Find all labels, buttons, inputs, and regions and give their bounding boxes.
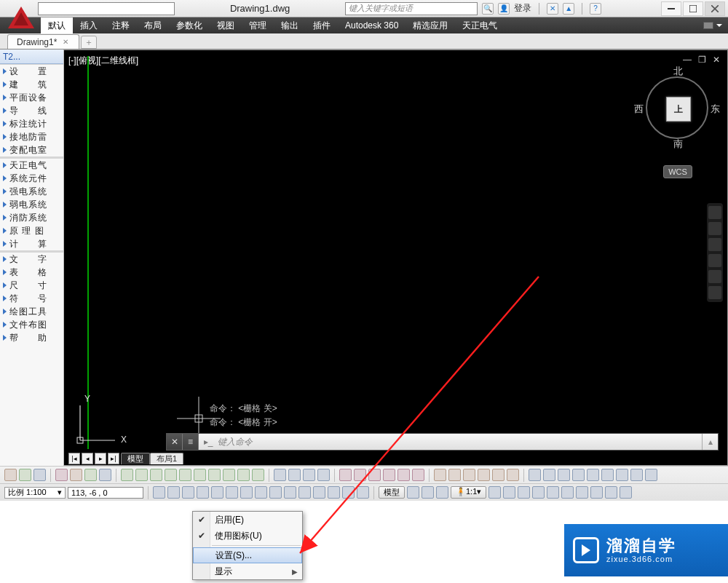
nav-more-icon[interactable] — [708, 286, 721, 299]
ctx-use-icons[interactable]: ✔使用图标(U) — [193, 528, 302, 544]
status-toggle-icon[interactable] — [313, 486, 325, 499]
tab-layout[interactable]: 布局 — [137, 17, 169, 33]
tool-icon[interactable] — [55, 469, 68, 481]
tool-icon[interactable] — [383, 469, 395, 481]
ctx-display[interactable]: 显示▶ — [193, 563, 302, 579]
status-toggle-icon[interactable] — [342, 486, 355, 499]
tool-icon[interactable] — [288, 469, 301, 481]
tool-icon[interactable] — [507, 469, 519, 481]
showmotion-icon[interactable] — [708, 270, 721, 283]
tab-output[interactable]: 输出 — [274, 17, 306, 33]
tool-icon[interactable] — [616, 469, 628, 481]
status-icon[interactable] — [547, 486, 559, 499]
tool-icon[interactable] — [4, 469, 17, 481]
help-icon[interactable]: ? — [590, 3, 601, 15]
tool-icon[interactable] — [339, 469, 352, 481]
tool-icon[interactable] — [33, 469, 46, 481]
tool-icon[interactable] — [150, 469, 162, 481]
autodesk-icon[interactable]: ▲ — [563, 3, 574, 15]
tool-icon[interactable] — [223, 469, 235, 481]
status-icon[interactable] — [590, 486, 603, 499]
close-button[interactable] — [705, 1, 725, 16]
status-icon[interactable] — [561, 486, 574, 499]
status-toggle-icon[interactable] — [269, 486, 282, 499]
status-toggle-icon[interactable] — [167, 486, 180, 499]
orbit-icon[interactable] — [708, 254, 721, 267]
tab-default[interactable]: 默认 — [41, 17, 73, 33]
tool-icon[interactable] — [237, 469, 250, 481]
tab-manage[interactable]: 管理 — [242, 17, 274, 33]
close-doc-icon[interactable]: ✕ — [61, 38, 70, 47]
tab-last-icon[interactable]: ▸| — [108, 453, 119, 464]
tool-icon[interactable] — [529, 469, 541, 481]
tab-view[interactable]: 视图 — [210, 17, 242, 33]
sidebar-item[interactable]: 表 格 — [0, 266, 63, 279]
sidebar-item[interactable]: 符 号 — [0, 292, 63, 305]
status-icon[interactable] — [422, 486, 434, 499]
wcs-badge[interactable]: WCS — [663, 165, 692, 178]
tool-icon[interactable] — [99, 469, 111, 481]
status-icon[interactable] — [488, 486, 501, 499]
drawing-canvas[interactable]: [-][俯视][二维线框] — ❐ ✕ Y X 上 北 南 西 东 — [64, 49, 728, 466]
tool-icon[interactable] — [208, 469, 221, 481]
ctx-settings[interactable]: 设置(S)... — [193, 547, 302, 563]
tool-icon[interactable] — [121, 469, 133, 481]
tab-plugins[interactable]: 插件 — [306, 17, 338, 33]
sidebar-item[interactable]: 标注统计 — [0, 117, 63, 130]
status-toggle-icon[interactable] — [197, 486, 209, 499]
workspace-dropdown[interactable] — [38, 2, 175, 15]
tool-icon[interactable] — [645, 469, 657, 481]
tool-icon[interactable] — [135, 469, 148, 481]
signin-icon[interactable]: 👤 — [498, 3, 510, 15]
palette-title[interactable]: T2... — [0, 49, 63, 64]
status-icon[interactable] — [407, 486, 419, 499]
pan-icon[interactable] — [708, 222, 721, 235]
status-toggle-icon[interactable] — [226, 486, 238, 499]
tool-icon[interactable] — [587, 469, 599, 481]
tool-icon[interactable] — [19, 469, 31, 481]
tool-icon[interactable] — [179, 469, 191, 481]
viewport-label[interactable]: [-][俯视][二维线框] — [68, 55, 138, 67]
sidebar-item[interactable]: 系统元件 — [0, 172, 63, 185]
viewcube[interactable]: 上 北 南 西 东 — [646, 76, 708, 139]
tool-icon[interactable] — [194, 469, 206, 481]
tool-icon[interactable] — [274, 469, 286, 481]
tab-insert[interactable]: 插入 — [73, 17, 105, 33]
tab-parametric[interactable]: 参数化 — [169, 17, 210, 33]
tab-a360[interactable]: Autodesk 360 — [338, 17, 405, 33]
ribbon-dropdown-icon[interactable] — [716, 24, 722, 27]
search-input[interactable]: 键入关键字或短语 — [345, 2, 478, 15]
ribbon-collapse-icon[interactable] — [703, 22, 713, 29]
sidebar-item[interactable]: 文 字 — [0, 253, 63, 266]
new-doc-button[interactable]: ＋ — [81, 36, 97, 49]
sidebar-item[interactable]: 文件布图 — [0, 318, 63, 331]
cmdline-expand-icon[interactable]: ▴ — [702, 434, 718, 450]
status-toggle-icon[interactable] — [240, 486, 253, 499]
status-toggle-icon[interactable] — [211, 486, 223, 499]
tool-icon[interactable] — [303, 469, 315, 481]
tab-featured[interactable]: 精选应用 — [405, 17, 455, 33]
sidebar-item[interactable]: 绘图工具 — [0, 305, 63, 318]
sidebar-item[interactable]: 设 置 — [0, 65, 63, 78]
tool-icon[interactable] — [354, 469, 366, 481]
tool-icon[interactable] — [478, 469, 490, 481]
sidebar-item[interactable]: 天正电气 — [0, 159, 63, 172]
tool-icon[interactable] — [630, 469, 643, 481]
status-toggle-icon[interactable] — [153, 486, 165, 499]
status-icon[interactable] — [620, 486, 632, 499]
scale-dropdown[interactable]: 比例 1:100▾ — [4, 487, 66, 499]
tool-icon[interactable] — [70, 469, 82, 481]
status-icon[interactable] — [436, 486, 448, 499]
tool-icon[interactable] — [165, 469, 177, 481]
model-paper-toggle[interactable]: 模型 — [379, 486, 405, 499]
tool-icon[interactable] — [572, 469, 585, 481]
command-line[interactable]: ✕ ≡ ▸_ 键入命令 ▴ — [166, 433, 719, 451]
sidebar-item[interactable]: 消防系统 — [0, 211, 63, 224]
search-icon[interactable]: 🔍 — [482, 3, 494, 15]
status-toggle-icon[interactable] — [255, 486, 267, 499]
tab-first-icon[interactable]: |◂ — [68, 453, 80, 464]
exchange-icon[interactable]: ✕ — [547, 3, 558, 15]
coordinates-display[interactable]: 113, -6 , 0 — [68, 487, 143, 499]
status-toggle-icon[interactable] — [284, 486, 296, 499]
status-toggle-icon[interactable] — [182, 486, 194, 499]
